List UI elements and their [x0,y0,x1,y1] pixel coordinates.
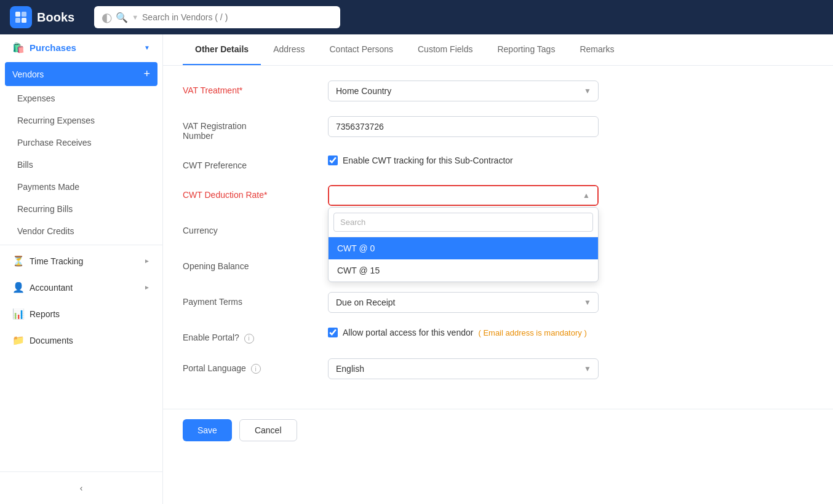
save-button[interactable]: Save [183,419,232,441]
documents-icon: 📁 [12,334,25,346]
vat-treatment-select-wrapper: Home Country ▼ [328,81,599,101]
main-layout: 🛍️ Purchases ▼ Vendors + Expenses Recurr… [0,34,833,504]
accountant-arrow-icon: ► [144,284,150,291]
cwt-search-area [329,208,598,237]
sidebar-item-expenses[interactable]: Expenses [0,87,162,109]
tab-custom-fields[interactable]: Custom Fields [405,34,485,65]
portal-checkbox-label: Allow portal access for this vendor [343,328,473,337]
purchases-arrow-icon: ▼ [144,44,150,51]
tab-bar: Other Details Address Contact Persons Cu… [163,34,833,66]
cwt-rate-select-display[interactable]: ▲ [329,186,597,205]
cwt-rate-field-wrapper: ▲ CWT @ 0 CWT @ 15 [328,185,599,206]
cwt-checkbox-row: Enable CWT tracking for this Sub-Contrac… [328,156,513,165]
portal-checkbox[interactable] [328,328,338,337]
portal-language-select[interactable]: English [328,358,599,379]
sidebar-category-reports[interactable]: 📊 Reports [0,301,162,327]
form-area: VAT Treatment* Home Country ▼ VAT Regist… [163,66,833,409]
vat-treatment-label: VAT Treatment* [183,81,318,95]
logo-icon [10,6,32,28]
sidebar-item-payments-made[interactable]: Payments Made [0,176,162,198]
purchases-bag-icon: 🛍️ [12,42,25,53]
cwt-deduction-rate-box: ▲ [328,185,599,206]
payment-terms-select[interactable]: Due on Receipt [328,292,599,313]
tab-address[interactable]: Address [261,34,317,65]
sidebar-category-time-tracking[interactable]: ⏳ Time Tracking ► [0,248,162,274]
cwt-rate-label: CWT Deduction Rate* [183,185,318,200]
sidebar-category-documents[interactable]: 📁 Documents [0,327,162,353]
payment-terms-label: Payment Terms [183,292,318,307]
sidebar-item-vendor-credits[interactable]: Vendor Credits [0,220,162,242]
sidebar: 🛍️ Purchases ▼ Vendors + Expenses Recurr… [0,34,163,504]
cwt-checkbox-label: Enable CWT tracking for this Sub-Contrac… [343,156,513,165]
sidebar-item-recurring-expenses[interactable]: Recurring Expenses [0,109,162,132]
time-tracking-label: Time Tracking [30,256,83,266]
documents-label: Documents [30,336,73,345]
sidebar-item-recurring-bills[interactable]: Recurring Bills [0,198,162,220]
footer-buttons: Save Cancel [163,409,833,451]
enable-portal-row: Enable Portal? i Allow portal access for… [183,328,813,344]
payment-terms-row: Payment Terms Due on Receipt ▼ [183,292,813,313]
sidebar-category-accountant[interactable]: 👤 Accountant ► [0,274,162,301]
recent-icon: ◐ [102,10,112,25]
portal-language-info-icon[interactable]: i [251,364,261,374]
content-area: Other Details Address Contact Persons Cu… [163,34,833,504]
portal-language-row: Portal Language i English ▼ [183,358,813,379]
time-tracking-icon: ⏳ [12,255,25,267]
tab-other-details[interactable]: Other Details [183,34,261,65]
vat-treatment-row: VAT Treatment* Home Country ▼ [183,81,813,101]
cwt-rate-dropdown: CWT @ 0 CWT @ 15 [328,207,599,282]
topbar: Books ◐ 🔍 ▼ [0,0,833,34]
svg-rect-1 [22,12,26,17]
sidebar-item-vendors[interactable]: Vendors + [5,62,157,86]
tab-remarks[interactable]: Remarks [567,34,626,65]
vat-treatment-select[interactable]: Home Country [328,81,599,101]
portal-language-select-wrapper: English ▼ [328,358,599,379]
currency-label: Currency [183,221,318,235]
payment-terms-select-wrapper: Due on Receipt ▼ [328,292,599,313]
time-tracking-arrow-icon: ► [144,258,150,264]
reports-label: Reports [30,309,60,319]
enable-portal-label: Enable Portal? i [183,328,318,344]
cwt-option-0[interactable]: CWT @ 0 [329,237,598,259]
sidebar-bottom: ‹ [0,471,162,504]
vat-reg-row: VAT RegistrationNumber [183,116,813,141]
global-search-bar[interactable]: ◐ 🔍 ▼ [94,6,340,28]
sidebar-collapse-button[interactable]: ‹ [0,477,162,499]
vat-reg-input[interactable] [328,116,599,137]
portal-checkbox-row: Allow portal access for this vendor ( Em… [328,328,587,337]
cwt-search-input[interactable] [333,213,593,232]
cwt-rate-chevron-up-icon: ▲ [583,191,590,200]
add-vendor-icon[interactable]: + [143,68,150,81]
sidebar-category-purchases[interactable]: 🛍️ Purchases ▼ [0,34,162,61]
purchases-label: Purchases [30,42,76,53]
svg-rect-2 [15,18,20,23]
opening-balance-label: Opening Balance [183,256,318,271]
tab-reporting-tags[interactable]: Reporting Tags [485,34,567,65]
accountant-label: Accountant [30,283,73,293]
portal-note: ( Email address is mandatory ) [478,328,586,337]
search-icon: 🔍 [116,12,128,23]
svg-rect-3 [22,18,26,23]
cwt-pref-label: CWT Preference [183,156,318,170]
cancel-button[interactable]: Cancel [239,419,297,441]
portal-language-label: Portal Language i [183,358,318,374]
sidebar-item-purchase-receives[interactable]: Purchase Receives [0,132,162,154]
search-input[interactable] [142,12,333,22]
sidebar-item-vendors-label: Vendors [12,69,138,79]
sidebar-divider-1 [0,245,162,245]
reports-icon: 📊 [12,308,25,320]
cwt-option-15[interactable]: CWT @ 15 [329,259,598,282]
svg-rect-0 [15,12,20,17]
accountant-icon: 👤 [12,282,25,293]
tab-contact-persons[interactable]: Contact Persons [317,34,406,65]
enable-portal-label-text: Enable Portal? [183,333,239,342]
search-dropdown-arrow[interactable]: ▼ [132,14,138,21]
app-logo: Books [10,6,74,28]
app-name: Books [37,10,74,25]
enable-portal-info-icon[interactable]: i [244,334,254,344]
vat-reg-label: VAT RegistrationNumber [183,116,318,141]
cwt-rate-row: CWT Deduction Rate* ▲ CWT @ 0 [183,185,813,206]
sidebar-item-bills[interactable]: Bills [0,154,162,176]
cwt-checkbox[interactable] [328,156,338,165]
portal-language-label-text: Portal Language [183,363,246,373]
